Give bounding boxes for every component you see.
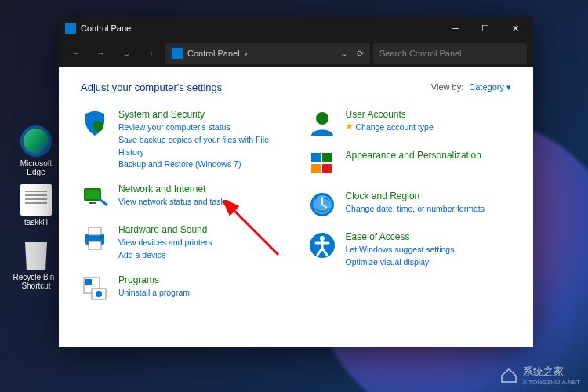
svg-rect-6 <box>89 241 101 249</box>
category-link[interactable]: Review your computer's status <box>118 122 285 134</box>
search-placeholder: Search Control Panel <box>379 49 462 58</box>
titlebar[interactable]: Control Panel ─ ☐ ✕ <box>59 17 533 39</box>
category-link[interactable]: Let Windows suggest settings <box>346 244 455 256</box>
category-link[interactable]: Save backup copies of your files with Fi… <box>118 134 285 159</box>
category-title[interactable]: User Accounts <box>346 109 434 120</box>
control-panel-icon <box>172 48 183 59</box>
left-column: System and Security Review your computer… <box>81 109 285 315</box>
right-column: User Accounts Change account type Appear… <box>308 109 512 315</box>
category-title[interactable]: Network and Internet <box>118 183 229 194</box>
content-area: Adjust your computer's settings View by:… <box>59 67 533 347</box>
svg-rect-16 <box>322 164 332 173</box>
category-link[interactable]: View devices and printers <box>118 237 212 249</box>
appearance-icon <box>308 150 336 178</box>
category-link[interactable]: View network status and tasks <box>118 196 229 209</box>
address-bar[interactable]: Control Panel › ⌄ ⟳ <box>165 43 370 64</box>
svg-rect-2 <box>85 190 100 199</box>
minimize-button[interactable]: ─ <box>441 17 470 39</box>
category-system-security: System and Security Review your computer… <box>81 109 285 171</box>
control-panel-icon <box>65 23 76 34</box>
breadcrumb-arrow[interactable]: › <box>245 49 248 58</box>
clock-icon <box>308 191 336 219</box>
svg-rect-3 <box>89 202 96 204</box>
category-link[interactable]: Optimize visual display <box>346 256 455 269</box>
category-user-accounts: User Accounts Change account type <box>308 109 512 137</box>
svg-point-11 <box>96 291 102 297</box>
view-by-control[interactable]: View by: Category ▾ <box>431 82 511 93</box>
svg-rect-5 <box>89 227 101 235</box>
category-title[interactable]: Ease of Access <box>346 231 455 242</box>
category-title[interactable]: System and Security <box>118 109 285 120</box>
category-title[interactable]: Programs <box>118 274 190 285</box>
accessibility-icon <box>308 231 336 260</box>
svg-rect-14 <box>322 153 332 162</box>
category-link[interactable]: Uninstall a program <box>118 287 190 299</box>
network-icon <box>81 183 109 212</box>
desktop-icon-edge[interactable]: Microsoft Edge <box>13 125 60 176</box>
svg-point-12 <box>316 112 328 125</box>
desktop-icon-recyclebin[interactable]: Recycle Bin - Shortcut <box>13 239 60 290</box>
svg-rect-9 <box>85 279 92 285</box>
recent-dropdown[interactable]: ⌄ <box>115 42 137 64</box>
page-heading: Adjust your computer's settings <box>81 82 222 93</box>
printer-icon <box>81 224 109 252</box>
maximize-button[interactable]: ☐ <box>470 17 500 39</box>
category-programs: Programs Uninstall a program <box>81 274 285 303</box>
up-button[interactable]: ↑ <box>140 42 162 64</box>
search-input[interactable]: Search Control Panel <box>373 43 527 64</box>
category-hardware-sound: Hardware and Sound View devices and prin… <box>81 224 285 262</box>
control-panel-window: Control Panel ─ ☐ ✕ ← → ⌄ ↑ Control Pane… <box>59 17 533 347</box>
window-title: Control Panel <box>81 24 441 33</box>
svg-point-7 <box>100 236 103 238</box>
category-appearance: Appearance and Personalization <box>308 150 512 178</box>
svg-point-0 <box>93 121 103 132</box>
breadcrumb[interactable]: Control Panel <box>187 49 240 58</box>
svg-rect-13 <box>311 153 321 162</box>
category-network-internet: Network and Internet View network status… <box>81 183 285 212</box>
category-link[interactable]: Change date, time, or number formats <box>346 203 485 216</box>
close-button[interactable]: ✕ <box>500 17 530 39</box>
desktop-icon-label: Microsoft Edge <box>13 159 60 176</box>
user-icon <box>308 109 336 137</box>
category-ease-access: Ease of Access Let Windows suggest setti… <box>308 231 512 269</box>
forward-button[interactable]: → <box>90 42 112 64</box>
watermark: 系统之家 XITONGZHIJIA.NET <box>499 365 580 386</box>
refresh-button[interactable]: ⟳ <box>357 49 364 59</box>
svg-rect-15 <box>311 164 321 173</box>
category-link[interactable]: Add a device <box>118 249 212 262</box>
edge-icon <box>20 125 52 157</box>
programs-icon <box>81 274 109 303</box>
category-clock-region: Clock and Region Change date, time, or n… <box>308 191 512 219</box>
category-link[interactable]: Change account type <box>346 122 434 134</box>
chevron-down-icon[interactable]: ⌄ <box>340 49 347 59</box>
category-title[interactable]: Appearance and Personalization <box>346 150 481 161</box>
category-link[interactable]: Backup and Restore (Windows 7) <box>118 158 285 171</box>
desktop-icon-taskkill[interactable]: taskkill <box>13 184 60 227</box>
shield-icon <box>81 109 109 137</box>
category-title[interactable]: Clock and Region <box>346 191 485 201</box>
category-title[interactable]: Hardware and Sound <box>118 224 212 235</box>
textfile-icon <box>20 184 52 216</box>
back-button[interactable]: ← <box>65 42 87 64</box>
navbar: ← → ⌄ ↑ Control Panel › ⌄ ⟳ Search Contr… <box>59 39 533 67</box>
desktop-icon-label: Recycle Bin - Shortcut <box>13 273 60 290</box>
desktop-icon-label: taskkill <box>13 218 60 227</box>
recyclebin-icon <box>20 239 52 270</box>
